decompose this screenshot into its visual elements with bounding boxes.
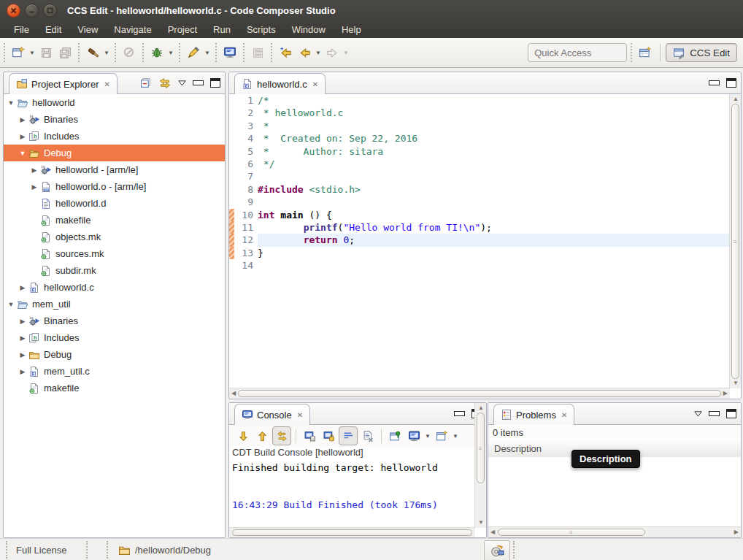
scrollbar-thumb[interactable]: ≡ [477, 413, 485, 483]
expand-arrow-icon[interactable]: ▶ [17, 351, 28, 358]
close-tab-icon[interactable]: ✕ [561, 411, 567, 419]
target-monitor-button[interactable] [221, 43, 239, 62]
pin-console-button[interactable] [386, 427, 404, 445]
menu-run[interactable]: Run [205, 22, 239, 37]
code-line-11[interactable]: 11 printf("Hello world from TI!\n"); [229, 221, 730, 234]
scrollbar-thumb[interactable] [238, 390, 721, 397]
open-perspective-button[interactable] [636, 43, 654, 62]
code-line-10[interactable]: 10int main () { [229, 209, 730, 221]
bug-dropdown-arrow[interactable]: ▼ [166, 50, 175, 56]
tree-item-mem-util[interactable]: ▼mem_util [4, 296, 225, 312]
editor-horizontal-scrollbar[interactable]: ◀ ▶ [229, 388, 730, 399]
code-line-14[interactable]: 14 [229, 259, 730, 272]
expand-arrow-icon[interactable]: ▶ [17, 368, 28, 375]
tree-item-subdir-mk[interactable]: subdir.mk [4, 262, 225, 279]
tree-item-objects-mk[interactable]: objects.mk [4, 229, 225, 245]
code-line-12[interactable]: 12 return 0; [229, 234, 730, 246]
clear-console-button[interactable] [359, 427, 377, 445]
code-line-3[interactable]: 3 * [229, 120, 730, 132]
tab-project-explorer[interactable]: Project Explorer ✕ [9, 73, 118, 94]
tree-item-includes[interactable]: ▶hIncludes [4, 329, 225, 346]
minimize-view-button[interactable] [454, 411, 465, 416]
expand-arrow-icon[interactable]: ▶ [17, 318, 28, 325]
tree-item-binaries[interactable]: ▶10Binaries [4, 111, 225, 128]
flash-button[interactable] [185, 43, 202, 62]
open-console-button[interactable] [433, 427, 450, 445]
tree-item-helloworld-o-arm-le[interactable]: ▶010helloworld.o - [arm/le] [4, 178, 225, 195]
back-dropdown-arrow[interactable]: ▼ [314, 50, 323, 56]
console-horizontal-scrollbar[interactable] [229, 527, 475, 537]
scroll-right-arrow-icon[interactable]: ▶ [723, 391, 728, 396]
open-console-dropdown-arrow[interactable]: ▼ [451, 433, 460, 440]
expand-arrow-icon[interactable]: ▶ [17, 133, 28, 140]
minimize-view-button[interactable] [193, 80, 204, 85]
scroll-left-arrow-icon[interactable]: ◀ [490, 529, 495, 535]
scroll-up-arrow-icon[interactable]: ▲ [733, 96, 739, 102]
code-line-9[interactable]: 9 [229, 196, 730, 208]
menu-help[interactable]: Help [334, 22, 369, 37]
link-with-editor-button[interactable] [158, 77, 172, 90]
tree-item-helloworld-arm-le[interactable]: ▶10helloworld - [arm/le] [4, 161, 225, 178]
tree-item-helloworld-d[interactable]: helloworld.d [4, 195, 225, 212]
tree-item-includes[interactable]: ▶hIncludes [4, 128, 225, 145]
problems-horizontal-scrollbar[interactable]: ◀ ≡ ▶ [488, 526, 741, 537]
view-menu-button[interactable] [694, 411, 702, 417]
expand-arrow-icon[interactable]: ▶ [17, 116, 28, 123]
code-line-1[interactable]: 1/* [229, 94, 730, 107]
tree-item-makefile[interactable]: makefile [4, 212, 225, 229]
scroll-down-arrow-icon[interactable]: ▼ [733, 380, 739, 386]
tree-item-debug[interactable]: ▼Debug [4, 145, 225, 161]
tree-item-makefile[interactable]: makefile [4, 380, 225, 396]
console-display-dropdown-arrow[interactable]: ▼ [423, 433, 432, 440]
minimize-window-button[interactable] [25, 4, 39, 18]
collapse-arrow-icon[interactable]: ▼ [5, 99, 17, 107]
save-all-button[interactable] [56, 43, 74, 62]
tree-item-helloworld-c[interactable]: ▶chelloworld.c [4, 279, 225, 296]
minimize-view-button[interactable] [709, 411, 720, 416]
show-on-stderr-button[interactable] [320, 427, 337, 445]
menu-navigate[interactable]: Navigate [106, 22, 159, 37]
expand-arrow-icon[interactable]: ▶ [28, 183, 40, 191]
code-line-13[interactable]: 13} [229, 247, 730, 259]
scroll-right-arrow-icon[interactable]: ▶ [734, 529, 739, 535]
scrollbar-thumb[interactable]: ≡ [498, 529, 645, 536]
console-output[interactable]: Finished building target: helloworld16:4… [232, 461, 474, 528]
code-line-5[interactable]: 5 * Author: sitara [229, 145, 730, 158]
maximize-view-button[interactable] [210, 78, 220, 88]
maximize-view-button[interactable] [726, 78, 736, 88]
scroll-left-arrow-icon[interactable]: ◀ [231, 391, 236, 396]
ccs-edit-perspective-button[interactable]: CCS Edit [666, 43, 737, 62]
display-selected-console-button[interactable] [405, 427, 423, 445]
maximize-window-button[interactable] [43, 4, 57, 18]
scroll-up-button[interactable] [253, 427, 271, 445]
background-operations-button[interactable] [484, 540, 510, 560]
close-window-button[interactable] [7, 4, 20, 18]
last-edit-location-button[interactable] [277, 43, 294, 62]
collapse-arrow-icon[interactable]: ▼ [5, 301, 17, 308]
expand-arrow-icon[interactable]: ▶ [17, 284, 28, 291]
menu-file[interactable]: File [6, 22, 37, 37]
flash-dropdown-arrow[interactable]: ▼ [203, 50, 212, 56]
console-vertical-scrollbar[interactable]: ▲ ≡ ▼ [474, 403, 486, 528]
scroll-up-arrow-icon[interactable]: ▲ [478, 405, 484, 411]
show-on-stdout-button[interactable] [301, 427, 318, 445]
tree-item-debug[interactable]: ▶Debug [4, 346, 225, 363]
tab-helloworld-c[interactable]: c helloworld.c ✕ [234, 73, 326, 94]
tab-problems[interactable]: Problems ✕ [493, 404, 574, 425]
code-area[interactable]: 1/*2 * helloworld.c3 *4 * Created on: Se… [229, 94, 730, 388]
tree-item-binaries[interactable]: ▶10Binaries [4, 312, 225, 329]
scrollbar-thumb[interactable] [232, 529, 472, 536]
scroll-down-button[interactable] [234, 427, 252, 445]
maximize-view-button[interactable] [726, 409, 736, 418]
expand-arrow-icon[interactable]: ▶ [17, 334, 28, 342]
menu-scripts[interactable]: Scripts [239, 22, 284, 37]
build-button[interactable] [84, 43, 101, 62]
close-tab-icon[interactable]: ✕ [297, 411, 303, 419]
menu-project[interactable]: Project [160, 22, 205, 37]
tab-console[interactable]: Console ✕ [234, 404, 310, 425]
tree-item-sources-mk[interactable]: sources.mk [4, 245, 225, 262]
code-line-4[interactable]: 4 * Created on: Sep 22, 2016 [229, 132, 730, 145]
scroll-lock-toggle-button[interactable] [272, 426, 291, 445]
close-tab-icon[interactable]: ✕ [104, 80, 109, 88]
new-dropdown-arrow[interactable]: ▼ [28, 50, 36, 56]
